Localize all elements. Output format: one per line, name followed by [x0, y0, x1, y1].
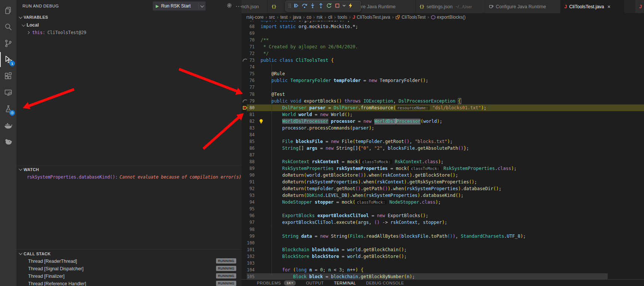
- step-into-button[interactable]: [309, 2, 317, 11]
- tab-partial[interactable]: J: [635, 0, 644, 13]
- code-line-89: 89 RskSystemProperties rskSystemProperti…: [242, 165, 644, 172]
- stop-button[interactable]: [333, 2, 341, 11]
- fold-range-icon[interactable]: [242, 57, 248, 63]
- test-pending-badge: [9, 110, 15, 116]
- line-number: 75: [242, 70, 255, 77]
- breadcrumb-item[interactable]: exportBlocks(): [431, 15, 466, 20]
- hot-code-replace-button[interactable]: [346, 2, 355, 11]
- explorer-icon: [4, 6, 13, 15]
- code-line-83: 83 processor.processCommands(parser);: [242, 125, 644, 131]
- activity-item-explorer[interactable]: [0, 2, 16, 19]
- call-stack-thread[interactable]: Thread [Signal Dispatcher] RUNNING: [16, 265, 242, 273]
- breadcrumb-item[interactable]: tools: [338, 15, 347, 20]
- step-into-icon: [310, 3, 316, 10]
- line-number: 78: [242, 91, 255, 98]
- line-number: 88: [242, 158, 255, 165]
- step-out-icon: [318, 3, 324, 10]
- breadcrumb-item[interactable]: cli: [328, 15, 332, 20]
- call-stack-thread[interactable]: Thread [Reference Handler] RUNNING: [16, 280, 242, 286]
- code-line-77: 77: [242, 84, 644, 91]
- breakpoint-current-statement-icon[interactable]: [242, 105, 248, 111]
- breadcrumb-item[interactable]: java: [293, 15, 301, 20]
- drag-handle-button[interactable]: [287, 2, 292, 11]
- activity-item-testing[interactable]: [0, 101, 16, 117]
- gear-icon[interactable]: [227, 3, 232, 9]
- breadcrumb-item[interactable]: rsk: [317, 15, 323, 20]
- call-stack-thread[interactable]: Thread [Finalizer] RUNNING: [16, 273, 242, 280]
- activity-item-gradle[interactable]: [0, 133, 16, 150]
- code-line-72: 72 */: [242, 50, 644, 57]
- breadcrumb-item[interactable]: co: [307, 15, 312, 20]
- panel-tab-output[interactable]: OUTPUT: [306, 281, 324, 285]
- run-and-debug-sidebar: RUN AND DEBUG ▶ Run RSK Start ··· VARIAB…: [16, 0, 242, 286]
- code-line-87: 87: [242, 152, 644, 158]
- call-stack-thread[interactable]: Thread [ReaderThread] RUNNING: [16, 258, 242, 265]
- code-line-96: 96 ExportBlocks exportBlocksCliTool = ne…: [242, 212, 644, 219]
- watch-section-header[interactable]: WATCH: [16, 165, 242, 173]
- run-config-dropdown[interactable]: ▶ Run RSK Start: [153, 1, 206, 10]
- continue-button[interactable]: [292, 2, 300, 11]
- variables-scope-local[interactable]: Local: [16, 21, 242, 29]
- panel-tab-problems[interactable]: PROBLEMS1K+: [257, 280, 296, 286]
- panel-tab-debug-console[interactable]: DEBUG CONSOLE: [366, 281, 404, 285]
- tab-Configure Java Runtime[interactable]: Configure Java Runtime: [485, 0, 561, 13]
- breadcrumb-item[interactable]: src: [269, 15, 275, 20]
- gradle-icon: [3, 137, 13, 146]
- code-editor[interactable]: 67import static org.junit.Assert.*;68imp…: [242, 21, 644, 279]
- activity-item-source-control[interactable]: [0, 35, 16, 52]
- code-line-99: 99 String data = new String(Files.readAl…: [242, 233, 644, 240]
- run-play-icon[interactable]: ▶: [156, 4, 159, 9]
- panel-tab-terminal[interactable]: TERMINAL: [334, 281, 356, 285]
- watch-expression[interactable]: rskSystemProperties.databaseKind():Canno…: [16, 173, 242, 181]
- run-config-chevron-icon[interactable]: [200, 4, 204, 7]
- json-icon: {}: [419, 4, 424, 9]
- code-line-70: 70/**: [242, 37, 644, 43]
- line-number: 77: [242, 84, 255, 91]
- activity-item-extensions[interactable]: [0, 68, 16, 84]
- class-icon: [395, 15, 400, 19]
- search-icon: [4, 22, 13, 31]
- breadcrumb-item[interactable]: CliToolsTest: [395, 15, 425, 20]
- line-number: 74: [242, 64, 255, 70]
- tab-settings.json[interactable]: {}settings.json~/.../User: [416, 0, 485, 13]
- remote-explorer-icon: [4, 88, 13, 97]
- call-stack-section-header[interactable]: CALL STACK: [16, 249, 242, 258]
- code-line-75: 75 @Rule: [242, 70, 644, 77]
- step-over-button[interactable]: [300, 2, 309, 11]
- line-number: 82: [242, 118, 255, 125]
- line-number: 84: [242, 131, 255, 138]
- code-line-79: 79 public void exportBlocks() throws IOE…: [242, 98, 644, 104]
- chevron-right-icon: [27, 31, 30, 34]
- line-number: 101: [242, 246, 255, 253]
- line-number: 85: [242, 138, 255, 145]
- tab-CliToolsTest.java[interactable]: JCliToolsTest.java×: [561, 0, 625, 13]
- variables-section-header[interactable]: VARIABLES: [16, 13, 242, 21]
- line-number: 69: [242, 30, 255, 37]
- tab-path-suffix: ~/.../User: [455, 4, 472, 9]
- thread-status-badge: RUNNING: [216, 266, 236, 271]
- tab-nch.json[interactable]: nch.json: [242, 0, 268, 13]
- line-number: 104: [242, 267, 255, 273]
- code-line-93: 93 doReturn(DbKind.LEVEL_DB).when(rskSys…: [242, 192, 644, 199]
- bottom-panel-tabs: PROBLEMS1K+OUTPUTTERMINALDEBUG CONSOLE: [242, 279, 644, 286]
- tab-label: CliToolsTest.java: [569, 4, 604, 9]
- activity-item-docker[interactable]: [0, 117, 16, 134]
- breadcrumb-item[interactable]: JCliToolsTest.java: [353, 14, 391, 20]
- java-file-icon: J: [639, 4, 642, 9]
- stop-dropdown-button[interactable]: [341, 2, 346, 11]
- restart-button[interactable]: [325, 2, 333, 11]
- step-out-button[interactable]: [317, 2, 325, 11]
- variable-this[interactable]: this: CliToolsTest@29: [16, 29, 242, 36]
- fold-range-icon[interactable]: [242, 98, 248, 104]
- breadcrumb-item[interactable]: test: [280, 15, 288, 20]
- activity-item-search[interactable]: [0, 19, 16, 35]
- breadcrumb: rskj-core›src›test›java›co›rsk›cli›tools…: [242, 13, 644, 21]
- activity-item-remote-explorer[interactable]: [0, 84, 16, 101]
- line-number: 81: [242, 111, 255, 118]
- stop-dropdown-icon: [342, 3, 346, 10]
- breadcrumb-item[interactable]: rskj-core: [246, 15, 264, 20]
- code-line-97: 97 exportBlocksCliTool.execute(args, () …: [242, 219, 644, 226]
- activity-item-run-and-debug[interactable]: 1: [0, 51, 16, 68]
- chevron-down-icon: [19, 251, 22, 255]
- close-icon[interactable]: ×: [607, 4, 610, 10]
